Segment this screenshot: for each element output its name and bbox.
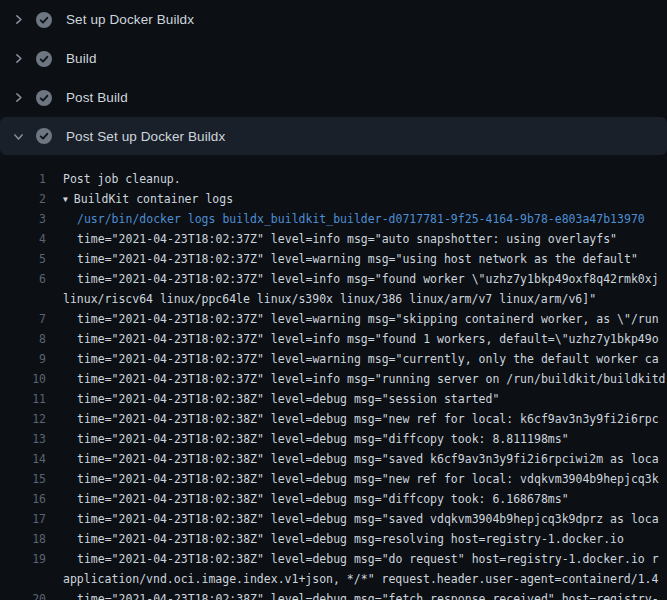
line-number[interactable]: 2 <box>0 189 46 209</box>
log-line: 10 time="2021-04-23T18:02:37Z" level=inf… <box>0 369 667 389</box>
log-text: time="2021-04-23T18:02:37Z" level=info m… <box>63 329 659 349</box>
line-number[interactable]: 5 <box>0 249 46 269</box>
line-number[interactable]: 16 <box>0 489 46 509</box>
step-row-post-set-up-docker-buildx[interactable]: Post Set up Docker Buildx <box>0 117 667 155</box>
log-content: 1 Post job cleanup. 2 ▼BuildKit containe… <box>0 155 667 600</box>
log-line: 20 time="2021-04-23T18:02:38Z" level=deb… <box>0 589 667 600</box>
check-circle-icon <box>36 128 52 144</box>
log-text: time="2021-04-23T18:02:38Z" level=debug … <box>63 449 659 469</box>
step-label: Build <box>66 51 97 66</box>
log-line: 7 time="2021-04-23T18:02:37Z" level=warn… <box>0 309 667 329</box>
log-line: 17 time="2021-04-23T18:02:38Z" level=deb… <box>0 509 667 529</box>
line-number[interactable]: 17 <box>0 509 46 529</box>
chevron-right-icon <box>12 91 25 104</box>
log-line: linux/riscv64 linux/ppc64le linux/s390x … <box>0 289 667 309</box>
log-text: time="2021-04-23T18:02:38Z" level=debug … <box>63 489 569 509</box>
log-text: time="2021-04-23T18:02:37Z" level=warnin… <box>63 309 659 329</box>
log-text: time="2021-04-23T18:02:37Z" level=info m… <box>63 229 617 249</box>
log-line: 9 time="2021-04-23T18:02:37Z" level=warn… <box>0 349 667 369</box>
log-text: /usr/bin/docker logs buildx_buildkit_bui… <box>63 209 645 229</box>
line-number[interactable]: 12 <box>0 409 46 429</box>
log-line: 4 time="2021-04-23T18:02:37Z" level=info… <box>0 229 667 249</box>
line-number[interactable]: 15 <box>0 469 46 489</box>
step-row-post-build[interactable]: Post Build <box>0 78 667 117</box>
log-text: time="2021-04-23T18:02:38Z" level=debug … <box>63 409 659 429</box>
line-number[interactable] <box>0 289 46 309</box>
log-line: 11 time="2021-04-23T18:02:38Z" level=deb… <box>0 389 667 409</box>
log-line: 15 time="2021-04-23T18:02:38Z" level=deb… <box>0 469 667 489</box>
line-number[interactable]: 11 <box>0 389 46 409</box>
caret-down-icon: ▼ <box>63 190 68 209</box>
log-text: time="2021-04-23T18:02:37Z" level=info m… <box>63 269 659 289</box>
line-number[interactable]: 4 <box>0 229 46 249</box>
log-text: time="2021-04-23T18:02:37Z" level=info m… <box>63 369 666 389</box>
line-number[interactable]: 10 <box>0 369 46 389</box>
log-text: ▼BuildKit container logs <box>63 189 233 209</box>
log-line: 3 /usr/bin/docker logs buildx_buildkit_b… <box>0 209 667 229</box>
log-text: time="2021-04-23T18:02:37Z" level=warnin… <box>63 249 638 269</box>
line-number[interactable]: 13 <box>0 429 46 449</box>
step-list: Set up Docker Buildx Build Post Build Po… <box>0 0 667 155</box>
log-text: time="2021-04-23T18:02:38Z" level=debug … <box>63 469 659 489</box>
line-number[interactable]: 3 <box>0 209 46 229</box>
log-text: time="2021-04-23T18:02:38Z" level=debug … <box>63 549 659 569</box>
log-line: application/vnd.oci.image.index.v1+json,… <box>0 569 667 589</box>
step-label: Post Build <box>66 90 128 105</box>
line-number[interactable]: 1 <box>0 169 46 189</box>
line-number[interactable]: 7 <box>0 309 46 329</box>
line-number[interactable]: 6 <box>0 269 46 289</box>
log-line: 6 time="2021-04-23T18:02:37Z" level=info… <box>0 269 667 289</box>
line-number[interactable]: 18 <box>0 529 46 549</box>
log-line: 13 time="2021-04-23T18:02:38Z" level=deb… <box>0 429 667 449</box>
line-number[interactable]: 8 <box>0 329 46 349</box>
log-line: 1 Post job cleanup. <box>0 169 667 189</box>
line-number[interactable]: 9 <box>0 349 46 369</box>
check-circle-icon <box>36 90 52 106</box>
log-text: time="2021-04-23T18:02:37Z" level=warnin… <box>63 349 659 369</box>
line-number[interactable]: 14 <box>0 449 46 469</box>
chevron-right-icon <box>12 52 25 65</box>
log-text: time="2021-04-23T18:02:38Z" level=debug … <box>63 509 659 529</box>
actions-log-viewer: Set up Docker Buildx Build Post Build Po… <box>0 0 667 600</box>
line-number[interactable]: 19 <box>0 549 46 569</box>
log-line: 5 time="2021-04-23T18:02:37Z" level=warn… <box>0 249 667 269</box>
log-text: time="2021-04-23T18:02:38Z" level=debug … <box>63 589 659 600</box>
step-row-build[interactable]: Build <box>0 39 667 78</box>
log-line: 18 time="2021-04-23T18:02:38Z" level=deb… <box>0 529 667 549</box>
step-row-set-up-docker-buildx[interactable]: Set up Docker Buildx <box>0 0 667 39</box>
chevron-down-icon <box>12 130 25 143</box>
log-line[interactable]: 2 ▼BuildKit container logs <box>0 189 667 209</box>
line-number[interactable]: 20 <box>0 589 46 600</box>
log-line: 19 time="2021-04-23T18:02:38Z" level=deb… <box>0 549 667 569</box>
log-line: 12 time="2021-04-23T18:02:38Z" level=deb… <box>0 409 667 429</box>
log-text: application/vnd.oci.image.index.v1+json,… <box>63 569 658 589</box>
step-label: Post Set up Docker Buildx <box>66 129 225 144</box>
log-text: Post job cleanup. <box>63 169 181 189</box>
chevron-right-icon <box>12 13 25 26</box>
check-circle-icon <box>36 51 52 67</box>
log-text: time="2021-04-23T18:02:38Z" level=debug … <box>63 389 499 409</box>
log-line: 14 time="2021-04-23T18:02:38Z" level=deb… <box>0 449 667 469</box>
log-text: time="2021-04-23T18:02:38Z" level=debug … <box>63 429 569 449</box>
check-circle-icon <box>36 12 52 28</box>
log-text: time="2021-04-23T18:02:38Z" level=debug … <box>63 529 624 549</box>
step-label: Set up Docker Buildx <box>66 12 194 27</box>
log-line: 16 time="2021-04-23T18:02:38Z" level=deb… <box>0 489 667 509</box>
line-number[interactable] <box>0 569 46 589</box>
log-line: 8 time="2021-04-23T18:02:37Z" level=info… <box>0 329 667 349</box>
log-text: linux/riscv64 linux/ppc64le linux/s390x … <box>63 289 596 309</box>
